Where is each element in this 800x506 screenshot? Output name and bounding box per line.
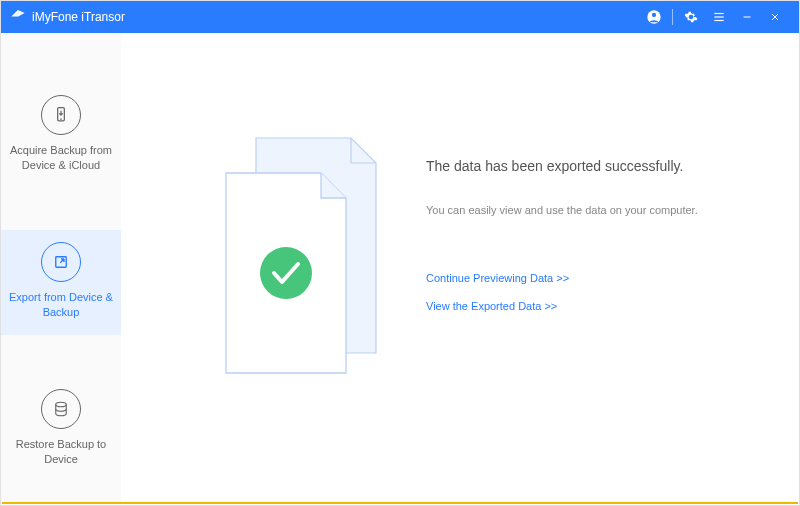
svg-point-1 bbox=[652, 13, 656, 17]
account-icon[interactable] bbox=[640, 1, 668, 33]
titlebar-left: iMyFone iTransor bbox=[11, 9, 125, 26]
sidebar-item-export[interactable]: Export from Device & Backup bbox=[1, 230, 121, 335]
app-title: iMyFone iTransor bbox=[32, 10, 125, 24]
sidebar-item-acquire[interactable]: Acquire Backup from Device & iCloud bbox=[1, 83, 121, 188]
view-exported-data-link[interactable]: View the Exported Data >> bbox=[426, 300, 746, 312]
titlebar-divider bbox=[672, 9, 673, 25]
continue-previewing-link[interactable]: Continue Previewing Data >> bbox=[426, 272, 746, 284]
result-text-block: The data has been exported successfully.… bbox=[426, 158, 746, 328]
footer-accent-line bbox=[2, 502, 798, 504]
sidebar-item-label: Restore Backup to Device bbox=[6, 437, 116, 468]
sidebar-item-label: Acquire Backup from Device & iCloud bbox=[6, 143, 116, 174]
sidebar-item-restore[interactable]: Restore Backup to Device bbox=[1, 377, 121, 482]
phone-download-icon bbox=[41, 95, 81, 135]
menu-icon[interactable] bbox=[705, 1, 733, 33]
minimize-button[interactable] bbox=[733, 1, 761, 33]
settings-icon[interactable] bbox=[677, 1, 705, 33]
export-success-illustration bbox=[201, 133, 381, 378]
result-heading: The data has been exported successfully. bbox=[426, 158, 746, 174]
svg-point-11 bbox=[56, 402, 67, 407]
database-icon bbox=[41, 389, 81, 429]
result-subtext: You can easily view and use the data on … bbox=[426, 204, 746, 216]
sidebar-item-label: Export from Device & Backup bbox=[6, 290, 116, 321]
app-body: Acquire Backup from Device & iCloud Expo… bbox=[1, 33, 799, 505]
main-content: The data has been exported successfully.… bbox=[121, 33, 799, 505]
svg-point-12 bbox=[260, 247, 312, 299]
close-button[interactable] bbox=[761, 1, 789, 33]
export-icon bbox=[41, 242, 81, 282]
sidebar: Acquire Backup from Device & iCloud Expo… bbox=[1, 33, 121, 505]
titlebar: iMyFone iTransor bbox=[1, 1, 799, 33]
app-logo-icon bbox=[11, 9, 25, 26]
titlebar-controls bbox=[640, 1, 789, 33]
